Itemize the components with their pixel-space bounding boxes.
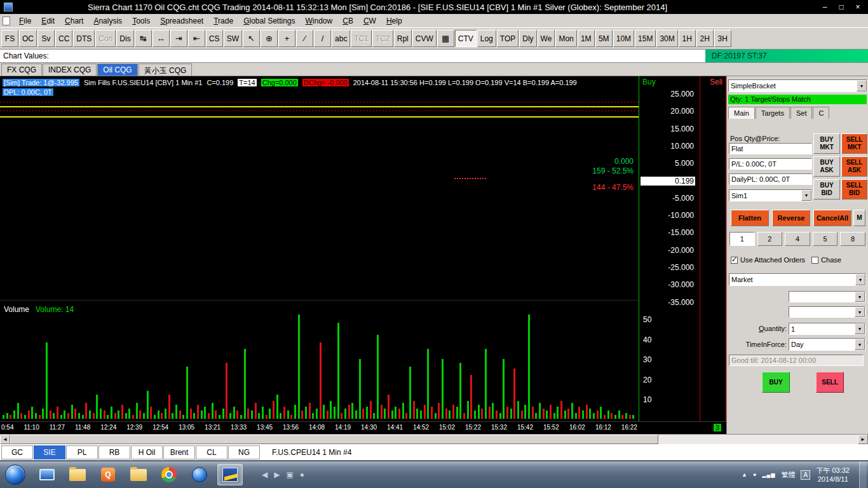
toolbar-ray-tool-icon[interactable]: / <box>314 30 331 47</box>
bracket-strategy-select[interactable]: SimpleBracket▼ <box>728 79 867 92</box>
deskband-forward-icon[interactable]: ▶ <box>274 470 280 479</box>
scrollbar-track[interactable] <box>658 435 858 444</box>
price-scale[interactable]: Buy Sell 25.00020.00015.00010.0005.0000.… <box>639 76 726 421</box>
buy-market-button[interactable]: BUY MKT <box>813 133 840 154</box>
sell-ask-button[interactable]: SELL ASK <box>841 156 867 177</box>
sell-button[interactable]: SELL <box>816 372 844 393</box>
deskband-window-icon[interactable]: ▣ <box>286 470 293 479</box>
toolbar-cc-button[interactable]: CC <box>55 30 72 47</box>
trade-tab-set[interactable]: Set <box>790 107 813 119</box>
start-button[interactable] <box>5 464 25 485</box>
network-icon[interactable]: ▂▄▆ <box>762 472 775 478</box>
qty-preset-5-button[interactable]: 5 <box>813 232 838 246</box>
taskbar-browser-globe-button[interactable] <box>187 464 212 485</box>
chevron-down-icon[interactable]: ▼ <box>855 323 865 334</box>
menu-file[interactable]: File <box>14 15 36 27</box>
horizontal-scrollbar[interactable]: ◄ ► <box>0 434 868 444</box>
toolbar-timeframe-5m-button[interactable]: 5M <box>595 30 613 47</box>
toolbar-scale-compress-left-icon[interactable]: ⇤ <box>188 30 205 47</box>
trade-tab-c[interactable]: C <box>813 107 829 119</box>
price2-select[interactable]: ▼ <box>789 306 865 318</box>
price1-select[interactable]: ▼ <box>789 291 865 302</box>
chevron-down-icon[interactable]: ▼ <box>855 307 865 317</box>
cancel-all-button[interactable]: CancelAll <box>813 210 851 226</box>
menu-spreadsheet[interactable]: Spreadsheet <box>155 15 208 27</box>
symbol-tab-h-oil[interactable]: H Oil <box>131 445 163 459</box>
toolbar-disconnect-button[interactable]: Dis <box>116 30 133 47</box>
show-desktop-button[interactable] <box>859 461 867 488</box>
toolbar-timeframe-10m-button[interactable]: 10M <box>613 30 634 47</box>
menu-tools[interactable]: Tools <box>127 15 155 27</box>
toolbar-timeframe-1m-button[interactable]: 1M <box>578 30 595 47</box>
toolbar-scale-expand-icon[interactable]: ↔ <box>153 30 170 47</box>
buy-bid-button[interactable]: BUY BID <box>813 179 840 200</box>
ime-mode-icon[interactable]: A <box>801 470 810 480</box>
menu-window[interactable]: Window <box>301 15 338 27</box>
symbol-tab-cl[interactable]: CL <box>196 445 227 459</box>
taskbar-sierra-chart-button[interactable] <box>217 464 243 485</box>
chase-checkbox[interactable] <box>811 257 818 264</box>
sell-bid-button[interactable]: SELL BID <box>841 179 867 200</box>
qty-preset-1-button[interactable]: 1 <box>729 232 755 246</box>
maximize-icon[interactable]: □ <box>835 2 848 12</box>
chart-area[interactable]: [Sim] Trade: 1@-32.995Sim Fills F.US.SIE… <box>0 76 726 434</box>
menu-trade[interactable]: Trade <box>208 15 238 27</box>
scroll-right-icon[interactable]: ► <box>858 435 868 444</box>
taskbar-computer-button[interactable] <box>34 464 60 485</box>
position-field[interactable]: Flat <box>729 143 812 154</box>
toolbar-monthly-button[interactable]: Mon <box>555 30 576 47</box>
buy-button[interactable]: BUY <box>762 372 790 393</box>
flatten-button[interactable]: Flatten <box>731 210 769 226</box>
time-axis[interactable]: 0:5411:1011:2711:4812:2412:3912:5413:051… <box>0 421 726 434</box>
menu-edit[interactable]: Edit <box>36 15 60 27</box>
toolbar-pointer-tool-icon[interactable]: ↖ <box>243 30 260 47</box>
hidden-icons-chevron-icon[interactable]: ▲ <box>742 471 747 478</box>
toolbar-replay-button[interactable]: Rpl <box>394 30 412 47</box>
toolbar-scale-auto-icon[interactable]: ↹ <box>135 30 152 47</box>
deskband-media-icon[interactable]: ● <box>300 470 304 479</box>
toolbar-ctv-button[interactable]: CTV <box>455 30 477 47</box>
symbol-tab-pl[interactable]: PL <box>66 445 98 459</box>
toolbar-top-button[interactable]: TOP <box>497 30 519 47</box>
menu-help[interactable]: Help <box>381 15 407 27</box>
toolbar-timeframe-30m-button[interactable]: 30M <box>656 30 677 47</box>
trade-tab-main[interactable]: Main <box>728 107 755 119</box>
toolbar-cs-button[interactable]: CS <box>206 30 223 47</box>
symbol-tab-gc[interactable]: GC <box>1 445 33 459</box>
toolbar-timeframe-2h-button[interactable]: 2H <box>696 30 714 47</box>
chartbook-tab-fx-cqg[interactable]: FX CQG <box>1 64 42 76</box>
m-button[interactable]: M <box>853 210 865 226</box>
account-select[interactable]: Sim1▼ <box>729 189 812 201</box>
menu-cb[interactable]: CB <box>337 15 358 27</box>
quantity-select[interactable]: 1▼ <box>789 323 865 335</box>
taskbar-chrome-button[interactable] <box>156 464 182 485</box>
toolbar-trade-window-icon[interactable]: ▦ <box>437 30 454 47</box>
toolbar-scale-compress-right-icon[interactable]: ⇥ <box>170 30 187 47</box>
scrollbar-thumb[interactable] <box>10 435 658 444</box>
toolbar-save-button[interactable]: Sv <box>37 30 55 47</box>
minimize-icon[interactable]: – <box>818 2 831 12</box>
chevron-down-icon[interactable]: ▼ <box>801 190 811 201</box>
scroll-left-icon[interactable]: ◄ <box>0 435 10 444</box>
toolbar-timeframe-3h-button[interactable]: 3H <box>714 30 731 47</box>
use-attached-orders-checkbox[interactable] <box>731 257 738 264</box>
taskbar-explorer-button[interactable] <box>65 464 90 485</box>
symbol-tab-sie[interactable]: SIE <box>34 445 65 459</box>
menu-global-settings[interactable]: Global Settings <box>238 15 300 27</box>
toolbar-timeframe-15m-button[interactable]: 15M <box>635 30 656 47</box>
menu-cw[interactable]: CW <box>358 15 381 27</box>
chart-plot[interactable]: [Sim] Trade: 1@-32.995Sim Fills F.US.SIE… <box>0 76 639 421</box>
tif-select[interactable]: Day▼ <box>789 338 865 351</box>
symbol-tab-ng[interactable]: NG <box>228 445 260 459</box>
order-type-select[interactable]: Market▼ <box>729 273 866 286</box>
trade-tab-targets[interactable]: Targets <box>756 107 790 119</box>
qty-preset-2-button[interactable]: 2 <box>757 232 783 246</box>
chevron-down-icon[interactable]: ▼ <box>857 80 867 92</box>
taskbar-documents-button[interactable] <box>126 464 151 485</box>
toolbar-fs-button[interactable]: FS <box>1 30 18 47</box>
taskbar-clock[interactable]: 下午 03:32 2014/8/11 <box>816 466 850 484</box>
qty-preset-4-button[interactable]: 4 <box>785 232 810 246</box>
menu-chart[interactable]: Chart <box>60 15 88 27</box>
toolbar-text-tool-button[interactable]: abc <box>332 30 350 47</box>
toolbar-log-button[interactable]: Log <box>477 30 496 47</box>
